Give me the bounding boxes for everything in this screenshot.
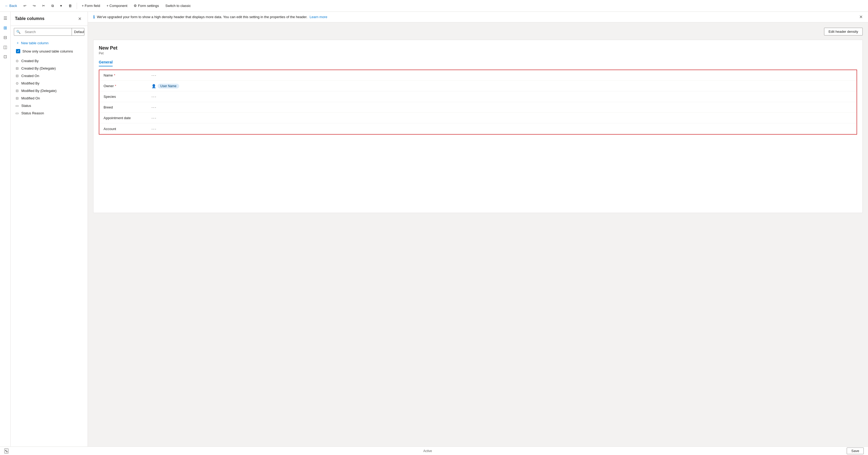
- column-icon: ⊙: [15, 59, 19, 63]
- switch-classic-label: Switch to classic: [165, 4, 191, 8]
- new-table-column-button[interactable]: ＋ New table column: [14, 39, 84, 47]
- field-value: 👤 User Name: [152, 84, 852, 88]
- data-icon: ⊡: [3, 54, 7, 59]
- active-label: Active: [423, 449, 432, 453]
- expand-icon[interactable]: ⤡: [4, 448, 8, 454]
- field-dots: ---: [152, 73, 157, 77]
- field-label: Name*: [103, 73, 152, 77]
- required-indicator: *: [114, 73, 115, 77]
- sidebar-layers-button[interactable]: ◫: [1, 42, 9, 51]
- form-field-button[interactable]: + Form field: [79, 3, 103, 9]
- sidebar-hamburger-button[interactable]: ☰: [1, 14, 9, 22]
- column-list-item[interactable]: ▭ Status: [11, 102, 88, 109]
- cut-icon: ✂: [42, 4, 45, 8]
- table-icon: ⊟: [3, 35, 7, 40]
- status-bar: ⤡ Active Save: [0, 447, 868, 455]
- field-label: Owner*: [103, 84, 152, 88]
- form-field-row[interactable]: Species ---: [99, 91, 857, 102]
- field-value: ---: [152, 116, 852, 120]
- delete-button[interactable]: 🗑: [66, 3, 74, 9]
- column-icon: ▭: [15, 104, 19, 108]
- form-settings-icon: ⚙: [134, 4, 137, 8]
- field-dots: ---: [152, 127, 157, 131]
- edit-header-density-label: Edit header density: [829, 30, 858, 34]
- table-columns-panel: Table columns ✕ 🔍 Default ▾ ＋ New table …: [11, 12, 88, 447]
- field-label: Species: [103, 95, 152, 98]
- column-list-item[interactable]: ⊟ Created On: [11, 72, 88, 80]
- unused-checkbox-row[interactable]: Show only unused table columns: [14, 48, 84, 55]
- form-field-row[interactable]: Owner* 👤 User Name: [99, 81, 857, 91]
- plus-icon: ＋: [16, 40, 20, 45]
- icon-sidebar: ☰ ⊞ ⊟ ◫ ⊡: [0, 12, 11, 447]
- form-field-label: + Form field: [82, 4, 100, 8]
- unused-checkbox[interactable]: [16, 49, 20, 53]
- cut-button[interactable]: ✂: [39, 3, 48, 9]
- form-field-row[interactable]: Name* ---: [99, 70, 857, 81]
- panel-actions: ＋ New table column Show only unused tabl…: [11, 38, 88, 56]
- column-list-item[interactable]: ⊟ Modified By (Delegate): [11, 87, 88, 94]
- field-label: Account: [103, 127, 152, 131]
- form-section-general: Name* --- Owner* 👤 User Name Species ---: [99, 69, 857, 135]
- sidebar-views-button[interactable]: ⊞: [1, 24, 9, 32]
- field-value: ---: [152, 105, 852, 109]
- header-density-row: Edit header density: [88, 22, 868, 40]
- main-area: ☰ ⊞ ⊟ ◫ ⊡ Table columns ✕ 🔍 Default ▾: [0, 12, 868, 447]
- component-button[interactable]: + Component: [104, 3, 130, 9]
- undo-button[interactable]: ↩: [21, 3, 29, 9]
- sidebar-data-button[interactable]: ⊡: [1, 52, 9, 61]
- redo-icon: ↪: [33, 4, 36, 8]
- form-settings-button[interactable]: ⚙ Form settings: [131, 3, 162, 9]
- copy-icon: ⧉: [52, 4, 54, 8]
- switch-classic-button[interactable]: Switch to classic: [163, 3, 193, 9]
- views-icon: ⊞: [3, 25, 7, 30]
- field-value: ---: [152, 127, 852, 131]
- form-field-row[interactable]: Account ---: [99, 123, 857, 134]
- column-name: Modified By: [21, 81, 39, 85]
- user-chip: User Name: [158, 84, 179, 88]
- field-value: ---: [152, 95, 852, 98]
- copy-button[interactable]: ⧉: [49, 3, 57, 9]
- panel-close-button[interactable]: ✕: [76, 15, 83, 22]
- search-dropdown[interactable]: Default ▾: [72, 28, 84, 35]
- form-field-row[interactable]: Appointment date ---: [99, 113, 857, 123]
- column-list-item[interactable]: ⊙ Created By: [11, 57, 88, 64]
- required-indicator: *: [115, 84, 116, 88]
- more-button[interactable]: ▾: [58, 3, 65, 9]
- panel-title: Table columns: [15, 16, 44, 21]
- column-list-item[interactable]: ⊟ Created By (Delegate): [11, 64, 88, 72]
- form-general-tab[interactable]: General: [99, 58, 113, 66]
- field-value: ---: [152, 73, 852, 77]
- field-dots: ---: [152, 105, 157, 109]
- learn-more-link[interactable]: Learn more: [310, 15, 327, 19]
- toolbar: ← Back ↩ ↪ ✂ ⧉ ▾ 🗑 + Form field + Compon…: [0, 0, 868, 12]
- column-name: Status: [21, 104, 31, 108]
- back-button[interactable]: ← Back: [2, 3, 20, 9]
- redo-button[interactable]: ↪: [30, 3, 38, 9]
- info-bar-close-button[interactable]: ✕: [859, 15, 863, 20]
- delete-icon: 🗑: [68, 4, 72, 8]
- back-label: Back: [9, 4, 17, 8]
- form-subtitle: Pet: [99, 52, 857, 55]
- column-icon: ⊟: [15, 96, 19, 100]
- hamburger-icon: ☰: [3, 16, 7, 21]
- column-icon: ⊟: [15, 74, 19, 78]
- form-field-row[interactable]: Breed ---: [99, 102, 857, 113]
- column-icon: ▭: [15, 111, 19, 115]
- form-title: New Pet: [99, 45, 857, 51]
- search-bar: 🔍 Default ▾: [14, 28, 84, 36]
- panel-header: Table columns ✕: [11, 12, 88, 26]
- column-name: Created On: [21, 74, 39, 78]
- column-name: Modified By (Delegate): [21, 89, 57, 93]
- column-list-item[interactable]: ▭ Status Reason: [11, 109, 88, 117]
- sidebar-table-button[interactable]: ⊟: [1, 33, 9, 41]
- edit-header-density-button[interactable]: Edit header density: [824, 28, 863, 35]
- search-input[interactable]: [23, 28, 72, 35]
- unused-checkbox-label: Show only unused table columns: [22, 49, 73, 53]
- column-list-item[interactable]: ⊙ Modified By: [11, 80, 88, 87]
- column-list-item[interactable]: ⊟ Modified On: [11, 94, 88, 102]
- save-button[interactable]: Save: [847, 448, 864, 454]
- column-name: Created By (Delegate): [21, 66, 56, 70]
- column-icon: ⊟: [15, 66, 19, 70]
- canvas-area: ℹ We've upgraded your form to show a hig…: [88, 12, 868, 447]
- user-icon: 👤: [152, 84, 156, 88]
